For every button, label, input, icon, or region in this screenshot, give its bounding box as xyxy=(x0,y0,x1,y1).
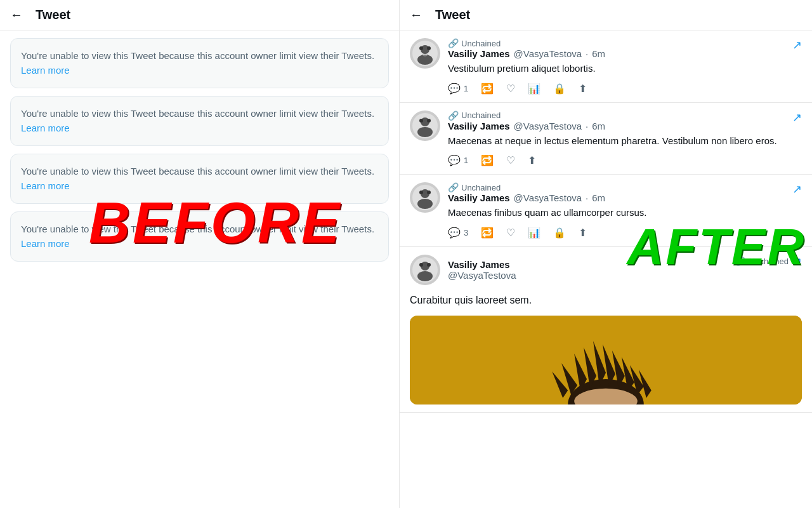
main-author-handle: @VasyaTestova xyxy=(448,270,516,281)
tweet-item: 🔗 Unchained Vasiliy James @VasyaTestova … xyxy=(400,30,812,103)
svg-point-19 xyxy=(427,263,431,267)
retweet-button[interactable]: 🔁 xyxy=(481,83,494,95)
restricted-card: You're unable to view this Tweet because… xyxy=(10,38,389,88)
tweet-body: 🔗 Unchained Vasiliy James @VasyaTestova … xyxy=(448,110,802,167)
share-icon: ⬆ xyxy=(528,154,536,166)
reply-count: 1 xyxy=(464,156,468,165)
chain-icon: 🔗 xyxy=(448,38,459,48)
svg-point-13 xyxy=(419,190,423,194)
unchained-badge: 🔗 Unchained xyxy=(448,38,802,48)
svg-point-7 xyxy=(417,127,433,137)
share-icon: ⬆ xyxy=(579,227,587,239)
lock-button[interactable]: 🔒 xyxy=(553,83,566,95)
tweet-actions: 💬 1 🔁 ♡ ⬆ xyxy=(448,154,802,166)
tweet-time-val: 6m xyxy=(592,192,605,203)
right-title: Tweet xyxy=(435,8,470,22)
right-header: ← Tweet xyxy=(400,0,812,30)
left-header: ← Tweet xyxy=(0,0,399,30)
author-handle: @VasyaTestova xyxy=(514,121,582,131)
analytics-icon: 📊 xyxy=(528,227,540,239)
main-tweet-author: Vasiliy James @VasyaTestova xyxy=(410,255,516,285)
analytics-button[interactable]: 📊 xyxy=(528,227,540,239)
retweet-icon: 🔁 xyxy=(481,154,494,166)
svg-point-9 xyxy=(427,119,431,123)
tweet-text: Maecenas at neque in lectus elementum ph… xyxy=(448,134,802,149)
like-button[interactable]: ♡ xyxy=(506,83,515,95)
restricted-card: You're unable to view this Tweet because… xyxy=(10,96,389,146)
tweet-body: 🔗 Unchained Vasiliy James @VasyaTestova … xyxy=(448,38,802,95)
reply-button[interactable]: 💬 1 xyxy=(448,154,468,166)
share-icon: ⬆ xyxy=(579,83,587,95)
svg-point-8 xyxy=(419,119,423,123)
reply-count: 3 xyxy=(464,228,468,237)
avatar xyxy=(410,38,440,69)
learn-more-link[interactable]: Learn more xyxy=(21,123,70,133)
more-button[interactable]: ↗ xyxy=(792,38,802,52)
left-back-button[interactable]: ← xyxy=(10,8,23,22)
svg-point-12 xyxy=(417,199,433,209)
tweet-time-val: 6m xyxy=(592,48,605,59)
tweet-meta-row: Vasiliy James @VasyaTestova · 6m xyxy=(448,48,802,59)
svg-point-17 xyxy=(417,271,433,281)
like-button[interactable]: ♡ xyxy=(506,154,515,166)
avatar xyxy=(410,182,440,213)
unchained-badge: 🔗 Unchained xyxy=(448,110,802,121)
reply-icon: 💬 xyxy=(448,154,461,166)
reply-button[interactable]: 💬 3 xyxy=(448,227,468,239)
share-button[interactable]: ⬆ xyxy=(528,154,536,166)
main-tweet-names: Vasiliy James @VasyaTestova xyxy=(448,259,516,281)
learn-more-link[interactable]: Learn more xyxy=(21,180,70,191)
tweet-time: · xyxy=(586,121,588,131)
like-button[interactable]: ♡ xyxy=(506,227,515,239)
badge-text: Unchained xyxy=(461,183,501,192)
badge-text: Unchained xyxy=(461,39,501,48)
avatar xyxy=(410,255,440,285)
main-author-name: Vasiliy James xyxy=(448,259,516,270)
left-panel: ← Tweet You're unable to view this Tweet… xyxy=(0,0,400,508)
reply-button[interactable]: 💬 1 xyxy=(448,83,468,95)
author-name: Vasiliy James xyxy=(448,48,510,59)
learn-more-link[interactable]: Learn more xyxy=(21,238,70,249)
avatar xyxy=(410,110,440,141)
share-button[interactable]: ⬆ xyxy=(579,83,587,95)
learn-more-link[interactable]: Learn more xyxy=(21,65,70,76)
like-icon: ♡ xyxy=(506,83,515,95)
reply-icon: 💬 xyxy=(448,227,461,239)
tweet-text: Vestibulum pretium aliquet lobortis. xyxy=(448,62,802,76)
badge-text: Unchained xyxy=(461,110,501,120)
tweet-time-val: 6m xyxy=(592,121,605,131)
svg-point-4 xyxy=(427,46,431,50)
author-name: Vasiliy James xyxy=(448,121,510,131)
like-icon: ♡ xyxy=(506,227,515,239)
unchained-badge: 🔗 Unchained xyxy=(448,182,802,192)
left-content: You're unable to view this Tweet because… xyxy=(0,30,399,508)
after-label: AFTER xyxy=(627,218,806,276)
svg-point-3 xyxy=(419,46,423,50)
more-button[interactable]: ↗ xyxy=(792,110,802,124)
retweet-icon: 🔁 xyxy=(481,227,494,239)
author-handle: @VasyaTestova xyxy=(514,48,582,59)
restricted-text: You're unable to view this Tweet because… xyxy=(21,50,374,61)
main-tweet-text: Curabitur quis laoreet sem. xyxy=(410,293,802,308)
like-icon: ♡ xyxy=(506,154,515,166)
retweet-button[interactable]: 🔁 xyxy=(481,227,494,239)
tweet-meta-row: Vasiliy James @VasyaTestova · 6m xyxy=(448,121,802,131)
left-title: Tweet xyxy=(36,8,70,22)
tweet-time: · xyxy=(586,192,588,203)
retweet-button[interactable]: 🔁 xyxy=(481,154,494,166)
author-name: Vasiliy James xyxy=(448,192,510,203)
lock-button[interactable]: 🔒 xyxy=(553,227,566,239)
media-image xyxy=(410,316,802,404)
lock-icon: 🔒 xyxy=(553,83,566,95)
before-label: BEFORE xyxy=(89,190,342,256)
lock-icon: 🔒 xyxy=(553,227,566,239)
right-content: 🔗 Unchained Vasiliy James @VasyaTestova … xyxy=(400,30,812,508)
tweet-actions: 💬 1 🔁 ♡ 📊 🔒 ⬆ xyxy=(448,83,802,95)
analytics-button[interactable]: 📊 xyxy=(528,83,540,95)
right-back-button[interactable]: ← xyxy=(410,8,422,22)
share-button[interactable]: ⬆ xyxy=(579,227,587,239)
svg-point-18 xyxy=(419,263,423,267)
more-button[interactable]: ↗ xyxy=(792,182,802,196)
tweet-item: 🔗 Unchained Vasiliy James @VasyaTestova … xyxy=(400,103,812,175)
author-handle: @VasyaTestova xyxy=(514,192,582,203)
